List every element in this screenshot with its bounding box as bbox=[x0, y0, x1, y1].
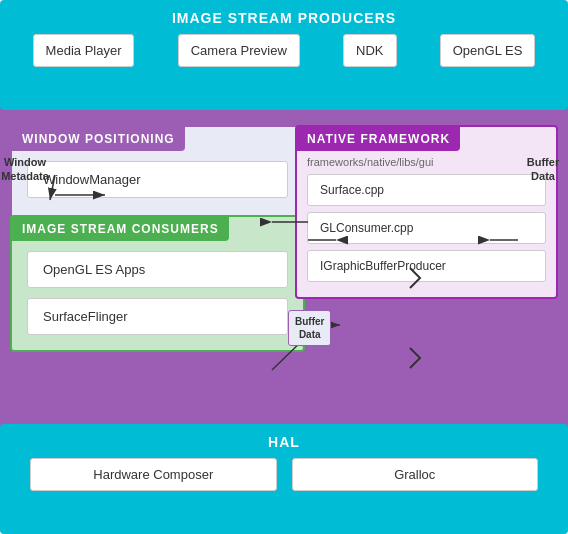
hal-boxes: Hardware Composer Gralloc bbox=[0, 458, 568, 491]
hal-label: HAL bbox=[0, 424, 568, 458]
opengl-es-producer-box: OpenGL ES bbox=[440, 34, 536, 67]
window-manager-box: WindowManager bbox=[27, 161, 288, 198]
window-positioning-label: WINDOW POSITIONING bbox=[12, 127, 185, 151]
hardware-composer-box: Hardware Composer bbox=[30, 458, 277, 491]
native-framework-section: NATIVE FRAMEWORK frameworks/native/libs/… bbox=[295, 125, 558, 299]
image-stream-producers-section: IMAGE STREAM PRODUCERS Media Player Came… bbox=[0, 0, 568, 110]
igraphic-buffer-box: IGraphicBufferProducer bbox=[307, 250, 546, 282]
producers-boxes: Media Player Camera Preview NDK OpenGL E… bbox=[0, 34, 568, 67]
gralloc-box: Gralloc bbox=[292, 458, 539, 491]
hal-section: HAL Hardware Composer Gralloc bbox=[0, 424, 568, 534]
native-framework-label: NATIVE FRAMEWORK bbox=[297, 127, 460, 151]
image-stream-consumers-label: IMAGE STREAM CONSUMERS bbox=[12, 217, 229, 241]
window-positioning-section: WINDOW POSITIONING WindowManager bbox=[10, 125, 305, 220]
media-player-box: Media Player bbox=[33, 34, 135, 67]
surface-cpp-box: Surface.cpp bbox=[307, 174, 546, 206]
window-metadata-label: WindowMetadata bbox=[0, 155, 50, 184]
opengl-es-apps-box: OpenGL ES Apps bbox=[27, 251, 288, 288]
buffer-data-right-label: BufferData bbox=[518, 155, 568, 184]
gl-consumer-cpp-box: GLConsumer.cpp bbox=[307, 212, 546, 244]
ndk-box: NDK bbox=[343, 34, 396, 67]
image-stream-consumers-section: IMAGE STREAM CONSUMERS OpenGL ES Apps Su… bbox=[10, 215, 305, 352]
surface-flinger-box: SurfaceFlinger bbox=[27, 298, 288, 335]
buffer-data-small-label: BufferData bbox=[288, 310, 331, 346]
image-stream-producers-label: IMAGE STREAM PRODUCERS bbox=[0, 0, 568, 34]
camera-preview-box: Camera Preview bbox=[178, 34, 300, 67]
